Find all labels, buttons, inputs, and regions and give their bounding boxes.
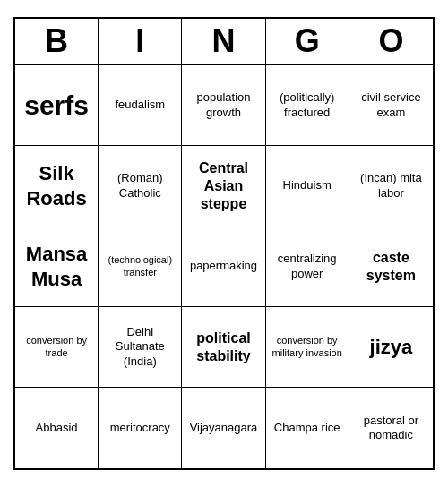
bingo-cell-22: Vijayanagara bbox=[182, 388, 265, 468]
bingo-cell-9: (Incan) mita labor bbox=[349, 146, 433, 226]
cell-text-15: conversion by trade bbox=[19, 335, 94, 360]
cell-text-18: conversion by military invasion bbox=[270, 335, 345, 360]
bingo-cell-3: (politically) fractured bbox=[266, 65, 349, 146]
cell-text-12: papermaking bbox=[190, 259, 257, 273]
cell-text-7: Central Asian steppe bbox=[185, 159, 261, 213]
bingo-cell-2: population growth bbox=[182, 65, 265, 146]
bingo-cell-21: meritocracy bbox=[99, 388, 182, 468]
bingo-cell-13: centralizing power bbox=[266, 226, 349, 307]
bingo-cell-24: pastoral or nomadic bbox=[349, 388, 433, 468]
cell-text-22: Vijayanagara bbox=[190, 421, 258, 435]
cell-text-21: meritocracy bbox=[110, 421, 170, 435]
cell-text-8: Hinduism bbox=[283, 178, 332, 192]
bingo-cell-7: Central Asian steppe bbox=[182, 146, 265, 226]
cell-text-9: (Incan) mita labor bbox=[353, 171, 429, 201]
bingo-cell-19: jizya bbox=[349, 307, 433, 388]
cell-text-14: caste system bbox=[353, 249, 429, 285]
bingo-grid: serfsfeudalismpopulation growth(politica… bbox=[15, 65, 433, 468]
bingo-cell-11: (technological) transfer bbox=[99, 226, 182, 307]
cell-text-10: Mansa Musa bbox=[19, 242, 94, 291]
cell-text-20: Abbasid bbox=[36, 421, 78, 435]
cell-text-3: (politically) fractured bbox=[270, 90, 345, 120]
bingo-cell-1: feudalism bbox=[99, 65, 182, 146]
cell-text-11: (technological) transfer bbox=[102, 254, 177, 279]
cell-text-1: feudalism bbox=[115, 98, 165, 112]
header-letter-o: O bbox=[349, 19, 433, 64]
bingo-cell-16: Delhi Sultanate (India) bbox=[99, 307, 182, 388]
header-letter-g: G bbox=[266, 19, 349, 64]
cell-text-2: population growth bbox=[185, 90, 261, 120]
cell-text-24: pastoral or nomadic bbox=[353, 414, 429, 443]
cell-text-16: Delhi Sultanate (India) bbox=[102, 325, 177, 369]
bingo-cell-17: political stability bbox=[182, 307, 265, 388]
bingo-cell-15: conversion by trade bbox=[15, 307, 99, 388]
bingo-cell-20: Abbasid bbox=[15, 388, 99, 468]
header-letter-i: I bbox=[99, 19, 182, 64]
bingo-cell-12: papermaking bbox=[182, 226, 265, 307]
cell-text-23: Champa rice bbox=[274, 421, 340, 435]
cell-text-13: centralizing power bbox=[270, 252, 345, 281]
cell-text-4: civil service exam bbox=[353, 90, 429, 120]
bingo-cell-0: serfs bbox=[15, 65, 99, 146]
cell-text-0: serfs bbox=[24, 89, 89, 123]
cell-text-19: jizya bbox=[370, 335, 413, 360]
bingo-cell-8: Hinduism bbox=[266, 146, 349, 226]
bingo-cell-6: (Roman) Catholic bbox=[99, 146, 182, 226]
bingo-cell-23: Champa rice bbox=[266, 388, 349, 468]
bingo-cell-4: civil service exam bbox=[349, 65, 433, 146]
bingo-cell-18: conversion by military invasion bbox=[266, 307, 349, 388]
cell-text-17: political stability bbox=[185, 329, 261, 365]
bingo-cell-5: Silk Roads bbox=[15, 146, 99, 226]
bingo-card: BINGO serfsfeudalismpopulation growth(po… bbox=[13, 17, 435, 470]
header-letter-b: B bbox=[15, 19, 99, 64]
bingo-header: BINGO bbox=[15, 19, 433, 65]
cell-text-5: Silk Roads bbox=[19, 161, 94, 210]
bingo-cell-10: Mansa Musa bbox=[15, 226, 99, 307]
cell-text-6: (Roman) Catholic bbox=[102, 171, 177, 201]
header-letter-n: N bbox=[182, 19, 265, 64]
bingo-cell-14: caste system bbox=[349, 226, 433, 307]
